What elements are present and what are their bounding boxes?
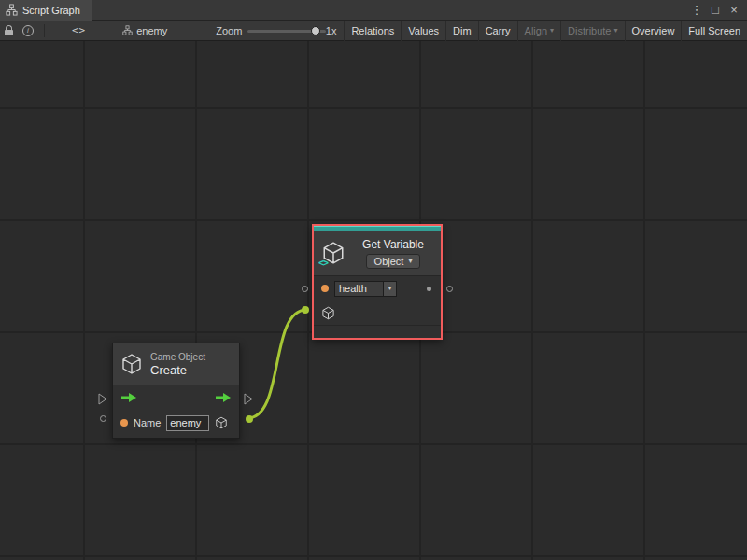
node-title: Create [150, 363, 205, 377]
zoom-slider[interactable] [247, 24, 319, 37]
variable-name-row: health ▾ [314, 276, 441, 301]
value-output-dot[interactable] [427, 287, 431, 291]
flow-in-port[interactable] [98, 393, 108, 405]
name-port-external[interactable] [100, 415, 106, 422]
connection-wire[interactable] [247, 310, 306, 418]
node-create-game-object[interactable]: Game Object Create Name [112, 343, 240, 439]
create-header[interactable]: Game Object Create [113, 343, 239, 385]
close-icon[interactable]: × [726, 3, 741, 17]
relations-button[interactable]: Relations [344, 21, 401, 41]
graph-name-label: enemy [136, 25, 167, 36]
align-button: Align▾ [517, 21, 560, 41]
distribute-button: Distribute▾ [560, 21, 624, 41]
variable-name-field[interactable]: health [334, 281, 383, 297]
tab-script-graph[interactable]: Script Graph [0, 0, 92, 21]
flow-row [113, 385, 239, 410]
flow-in-arrow-icon[interactable] [120, 393, 137, 402]
graph-canvas[interactable]: <> Get Variable Object ▾ health ▾ [0, 41, 747, 560]
game-object-output-icon [215, 416, 228, 429]
toolbar-separator [44, 24, 45, 37]
zoom-slider-handle[interactable] [311, 26, 320, 35]
carry-button[interactable]: Carry [478, 21, 517, 41]
code-badge-icon: <> [318, 258, 328, 268]
toolbar-buttons: Relations Values Dim Carry Align▾ Distri… [344, 21, 747, 41]
name-input-field[interactable] [166, 415, 209, 431]
title-bar: Script Graph ⋮ □ × [0, 0, 747, 21]
object-port-connected[interactable] [302, 306, 309, 314]
zoom-label: Zoom [216, 25, 242, 36]
script-graph-icon [6, 4, 18, 16]
game-object-icon [120, 353, 143, 375]
flow-out-arrow-icon[interactable] [215, 393, 232, 402]
game-object-icon [321, 306, 335, 320]
graph-name-chip[interactable]: enemy [122, 25, 167, 36]
overview-button[interactable]: Overview [625, 21, 682, 41]
graph-asset-icon [122, 25, 133, 35]
flow-out-port[interactable] [244, 393, 254, 405]
values-button[interactable]: Values [401, 21, 445, 41]
object-output-port-connected[interactable] [246, 415, 253, 423]
variable-kind-dropdown[interactable]: Object ▾ [366, 254, 421, 269]
info-icon[interactable]: i [18, 21, 38, 40]
full-screen-button[interactable]: Full Screen [681, 21, 747, 41]
tab-title: Script Graph [22, 5, 80, 16]
code-view-icon[interactable]: <> [67, 21, 91, 40]
lock-icon[interactable] [0, 21, 18, 40]
get-variable-header[interactable]: <> Get Variable Object ▾ [314, 231, 441, 275]
node-footer [314, 326, 441, 340]
zoom-value: 1x [326, 25, 337, 36]
name-input-port[interactable] [120, 419, 128, 427]
chevron-down-icon: ▾ [408, 257, 412, 265]
maximize-icon[interactable]: □ [708, 3, 723, 17]
kebab-menu-icon[interactable]: ⋮ [689, 3, 704, 17]
name-label: Name [134, 417, 161, 428]
variable-object-icon: <> [321, 241, 345, 265]
graph-toolbar: i <> enemy Zoom 1x Relations Values Dim … [0, 21, 747, 41]
window-controls: ⋮ □ × [689, 3, 747, 17]
name-input-port[interactable] [321, 285, 329, 292]
chevron-down-icon: ▾ [550, 26, 554, 35]
value-output-port[interactable] [446, 286, 453, 292]
node-get-variable[interactable]: <> Get Variable Object ▾ health ▾ [312, 224, 443, 340]
script-graph-window: Script Graph ⋮ □ × i <> enemy Z [0, 0, 747, 560]
dim-button[interactable]: Dim [445, 21, 478, 41]
name-port-external[interactable] [302, 286, 308, 292]
chevron-down-icon: ▾ [614, 26, 618, 35]
object-input-row [314, 301, 441, 325]
node-category: Game Object [150, 352, 205, 362]
name-row: Name [113, 410, 239, 436]
node-title: Get Variable [362, 238, 424, 251]
variable-name-dropdown[interactable]: ▾ [383, 281, 397, 297]
